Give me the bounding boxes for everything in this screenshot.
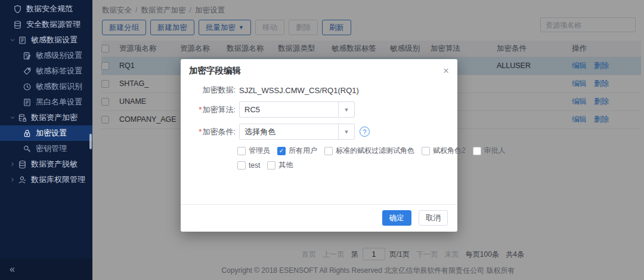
role-label: 其他	[278, 160, 293, 170]
condition-label: *加密条件:	[190, 127, 236, 137]
db-mask-icon	[18, 160, 27, 169]
checkbox-icon[interactable]	[237, 147, 246, 155]
sidebar: 数据安全规范 安全数据源管理 敏感数据设置 敏感级别设置 敏感标签设置 敏感数据…	[0, 0, 92, 280]
shield-icon	[13, 5, 22, 14]
dialog-title: 加密字段编辑	[189, 65, 241, 76]
role-checkbox-group: 管理员 ✓所有用户 标准的赋权过滤测试角色 赋权角色2 审批人 test 其他	[237, 146, 448, 170]
help-icon[interactable]: ?	[360, 127, 370, 137]
content-area: 数据安全/数据资产加密/加密设置 新建分组 新建加密 批量加密▼ 移动 删除 刷…	[92, 0, 644, 280]
sidebar-item-label: 敏感数据识别	[36, 81, 82, 92]
required-mark: *	[199, 127, 202, 136]
role-checkbox-approver[interactable]: 审批人	[473, 146, 506, 156]
checkbox-icon[interactable]	[473, 147, 481, 155]
sidebar-item-sensitive-data-identify[interactable]: 敏感数据识别	[0, 79, 92, 94]
checkbox-icon[interactable]	[267, 161, 275, 170]
algorithm-selected-value: RC5	[240, 102, 338, 117]
role-checkbox-standard-filter-test-role[interactable]: 标准的赋权过滤测试角色	[324, 146, 414, 156]
sidebar-item-label: 敏感级别设置	[36, 50, 82, 61]
refresh-icon[interactable]	[75, 265, 83, 273]
caret-down-icon[interactable]: ▼	[338, 102, 354, 117]
sidebar-group-database-permission-mgmt[interactable]: 数据库权限管理	[0, 172, 92, 187]
sidebar-item-label: 数据资产加密	[31, 112, 78, 123]
close-icon[interactable]: ×	[443, 66, 449, 76]
condition-select[interactable]: 选择角色 ▼	[239, 124, 355, 140]
sidebar-group-data-asset-masking[interactable]: 数据资产脱敏	[0, 156, 92, 172]
role-checkbox-test[interactable]: test	[237, 161, 260, 170]
chevron-right-icon	[10, 161, 18, 167]
cancel-button[interactable]: 取消	[419, 210, 448, 226]
sidebar-item-key-management[interactable]: 密钥管理	[0, 141, 92, 156]
checkbox-checked-icon[interactable]: ✓	[277, 147, 286, 155]
lock-icon	[23, 129, 32, 138]
role-label: 标准的赋权过滤测试角色	[336, 146, 414, 156]
encrypted-data-value: SJZL_WSSJ.CMW_CS/RQ1(RQ1)	[239, 86, 359, 95]
dialog-header: 加密字段编辑 ×	[181, 59, 457, 81]
algorithm-row: *加密算法: RC5 ▼	[190, 101, 448, 118]
required-mark: *	[199, 105, 202, 114]
sidebar-bottom-bar: «	[0, 259, 92, 280]
role-checkbox-other[interactable]: 其他	[267, 160, 293, 170]
chevron-right-icon	[10, 177, 18, 183]
algorithm-select[interactable]: RC5 ▼	[239, 101, 355, 118]
role-checkbox-all-users[interactable]: ✓所有用户	[277, 146, 317, 156]
sidebar-item-label: 敏感数据设置	[31, 35, 78, 45]
role-label: 赋权角色2	[433, 146, 466, 156]
condition-selected-value: 选择角色	[240, 124, 338, 139]
chevron-down-icon	[10, 115, 18, 121]
sidebar-scrollbar-thumb[interactable]	[89, 134, 92, 149]
role-checkbox-admin[interactable]: 管理员	[237, 146, 270, 156]
sidebar-item-label: 黑白名单设置	[36, 97, 82, 107]
role-checkbox-grant-role2[interactable]: 赋权角色2	[422, 146, 466, 156]
list-icon	[23, 98, 32, 107]
key-icon	[23, 144, 32, 153]
sidebar-item-label: 密钥管理	[36, 143, 67, 154]
sidebar-item-sensitive-tag-settings[interactable]: 敏感标签设置	[0, 63, 92, 79]
sidebar-item-label: 安全数据源管理	[26, 19, 80, 30]
dialog-footer: 确定 取消	[181, 204, 457, 232]
caret-down-icon[interactable]: ▼	[338, 124, 354, 139]
sidebar-item-secure-datasource-mgmt[interactable]: 安全数据源管理	[0, 17, 92, 32]
role-checkbox-row: 管理员 ✓所有用户 标准的赋权过滤测试角色 赋权角色2 审批人	[237, 146, 448, 156]
role-label: 审批人	[484, 146, 506, 156]
sidebar-item-label: 数据安全规范	[26, 4, 73, 14]
role-checkbox-row: test 其他	[237, 160, 448, 170]
database-icon	[13, 20, 22, 29]
clock-icon	[23, 82, 32, 91]
sidebar-group-data-asset-encryption[interactable]: 数据资产加密	[0, 110, 92, 125]
ok-button[interactable]: 确定	[382, 210, 411, 226]
sidebar-item-sensitive-level-settings[interactable]: 敏感级别设置	[0, 48, 92, 63]
encrypted-data-row: 加密数据: SJZL_WSSJ.CMW_CS/RQ1(RQ1)	[190, 85, 448, 96]
collapse-sidebar-icon[interactable]: «	[10, 264, 15, 275]
doc-gear-icon	[18, 36, 27, 45]
algorithm-label: *加密算法:	[190, 104, 236, 115]
condition-label-text: 加密条件:	[202, 127, 236, 136]
condition-row: *加密条件: 选择角色 ▼ ?	[190, 124, 448, 140]
checkbox-icon[interactable]	[324, 147, 333, 155]
tag-icon	[23, 67, 32, 76]
sidebar-item-label: 数据资产脱敏	[31, 159, 78, 170]
doc-level-icon	[23, 51, 32, 60]
sidebar-item-data-security-spec[interactable]: 数据安全规范	[0, 1, 92, 17]
checkbox-icon[interactable]	[422, 147, 430, 155]
sidebar-item-label: 数据库权限管理	[31, 174, 85, 185]
checkbox-icon[interactable]	[237, 161, 246, 170]
role-label: test	[249, 161, 260, 170]
sidebar-item-blackwhite-list-settings[interactable]: 黑白名单设置	[0, 94, 92, 110]
sidebar-group-sensitive-data-settings[interactable]: 敏感数据设置	[0, 32, 92, 48]
sidebar-item-label: 敏感标签设置	[36, 66, 82, 76]
dialog-spacer	[190, 174, 448, 204]
db-lock-icon	[18, 113, 27, 122]
sidebar-item-label: 加密设置	[36, 128, 67, 139]
user-lock-icon	[18, 176, 27, 184]
encryption-field-edit-dialog: 加密字段编辑 × 加密数据: SJZL_WSSJ.CMW_CS/RQ1(RQ1)…	[181, 59, 457, 232]
sidebar-menu: 数据安全规范 安全数据源管理 敏感数据设置 敏感级别设置 敏感标签设置 敏感数据…	[0, 0, 92, 187]
sidebar-item-encryption-settings[interactable]: 加密设置	[0, 125, 92, 141]
dialog-body: 加密数据: SJZL_WSSJ.CMW_CS/RQ1(RQ1) *加密算法: R…	[181, 81, 457, 204]
chevron-down-icon	[10, 37, 18, 43]
encrypted-data-label: 加密数据:	[190, 85, 236, 96]
algorithm-label-text: 加密算法:	[202, 105, 236, 114]
role-label: 所有用户	[289, 146, 317, 156]
role-label: 管理员	[249, 146, 270, 156]
